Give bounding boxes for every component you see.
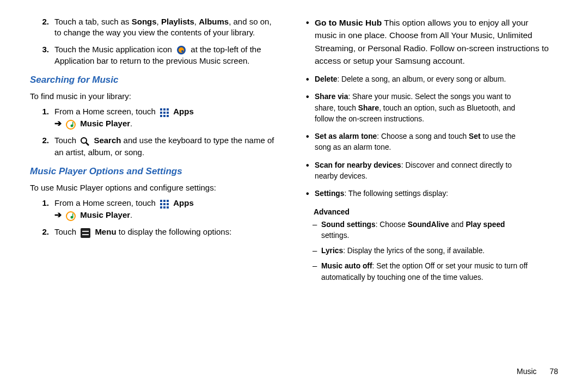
heading-options: Music Player Options and Settings xyxy=(30,166,278,178)
ol-number: 1. xyxy=(30,106,54,130)
step-3: 3. Touch the Music application icon at t… xyxy=(30,44,278,66)
opts-step-1: 1. From a Home screen, touch Apps ➔ Musi… xyxy=(30,198,278,221)
search-step-2: 2. Touch Search and use the keyboard to … xyxy=(30,135,278,157)
svg-point-15 xyxy=(81,138,87,143)
text: Touch xyxy=(54,227,78,236)
text: : Choose xyxy=(376,219,408,229)
svg-rect-23 xyxy=(160,206,162,209)
label: Set xyxy=(469,131,480,140)
music-player-icon xyxy=(66,119,76,130)
step-body: Touch the Music application icon at the … xyxy=(54,44,278,66)
opts-step-2: 2. Touch Menu to display the following o… xyxy=(30,226,278,238)
search-step-1: 1. From a Home screen, touch Apps ➔ Musi… xyxy=(30,106,278,130)
right-column: Go to Music Hub This option allows you t… xyxy=(291,16,553,381)
label: Share via xyxy=(315,91,348,101)
svg-rect-17 xyxy=(160,200,162,202)
ol-number: 1. xyxy=(30,198,54,221)
text: From a Home screen, touch xyxy=(54,198,158,207)
text: : Choose a song and touch xyxy=(377,131,469,140)
options-list: Go to Music Hub This option allows you t… xyxy=(305,16,553,199)
search-label: Search xyxy=(94,136,121,145)
search-icon xyxy=(81,136,89,146)
label: SoundAlive xyxy=(408,219,449,229)
label: Sound settings xyxy=(321,219,376,229)
svg-rect-3 xyxy=(160,108,162,111)
music-player-icon xyxy=(66,210,76,221)
label: Delete xyxy=(315,74,337,83)
footer-page: 78 xyxy=(549,367,558,376)
adv-lyrics: Lyrics: Display the lyrics of the song, … xyxy=(305,245,553,256)
label: Music auto off xyxy=(321,261,372,270)
adv-sound-settings: Sound settings: Choose SoundAlive and Pl… xyxy=(305,219,553,241)
option-share: Share via: Share your music. Select the … xyxy=(305,91,553,124)
text: : Display the lyrics of the song, if ava… xyxy=(343,246,485,255)
heading-searching: Searching for Music xyxy=(30,74,278,87)
option-scan: Scan for nearby devices: Discover and co… xyxy=(305,160,553,182)
svg-rect-10 xyxy=(163,115,166,117)
opts-intro: To use Music Player options and configur… xyxy=(30,182,278,193)
svg-rect-4 xyxy=(163,108,166,111)
arrow-icon: ➔ xyxy=(54,210,62,219)
svg-rect-29 xyxy=(81,228,90,238)
ol-number: 2. xyxy=(30,226,54,238)
svg-rect-21 xyxy=(163,203,166,205)
left-column: 2. Touch a tab, such as Songs, Playlists… xyxy=(30,16,291,381)
svg-rect-20 xyxy=(160,203,162,205)
svg-rect-22 xyxy=(167,203,169,205)
footer-section: Music xyxy=(517,367,537,376)
label: Settings xyxy=(315,188,344,198)
menu-icon xyxy=(81,227,90,238)
svg-rect-6 xyxy=(160,112,162,114)
label: Go to Music Hub xyxy=(315,18,382,27)
text: From a Home screen, touch xyxy=(54,107,158,116)
search-intro: To find music in your library: xyxy=(30,91,278,102)
apps-label: Apps xyxy=(173,198,194,207)
text: Touch the Music application icon xyxy=(54,45,174,54)
svg-point-2 xyxy=(181,50,183,52)
text: and xyxy=(449,219,466,229)
ol-number: 2. xyxy=(30,135,54,157)
text: : Delete a song, an album, or every song… xyxy=(337,74,506,83)
option-settings: Settings: The following settings display… xyxy=(305,188,553,199)
svg-point-26 xyxy=(66,212,75,220)
text-bold: Albums xyxy=(199,17,229,26)
svg-line-16 xyxy=(86,143,89,145)
svg-rect-19 xyxy=(167,200,169,202)
arrow-icon: ➔ xyxy=(54,119,62,128)
label: Set as alarm tone xyxy=(315,131,377,140)
option-alarm: Set as alarm tone: Choose a song and tou… xyxy=(305,131,553,153)
svg-rect-24 xyxy=(163,206,166,209)
text: Touch xyxy=(54,136,78,145)
music-app-icon xyxy=(176,44,186,55)
svg-rect-31 xyxy=(82,234,89,235)
music-player-label: Music Player xyxy=(80,210,130,219)
ol-number: 3. xyxy=(30,44,54,66)
step-body: From a Home screen, touch Apps ➔ Music P… xyxy=(54,106,278,130)
step-body: Touch Menu to display the following opti… xyxy=(54,226,278,238)
option-music-hub: Go to Music Hub This option allows you t… xyxy=(305,16,553,67)
text: to display the following options: xyxy=(117,227,232,236)
svg-point-12 xyxy=(66,120,75,129)
apps-grid-icon xyxy=(160,198,169,209)
svg-rect-11 xyxy=(167,115,169,117)
label: Play speed xyxy=(465,219,505,229)
advanced-title: Advanced xyxy=(314,206,350,217)
label: Share xyxy=(358,103,379,112)
ol-number: 2. xyxy=(30,16,54,39)
svg-rect-30 xyxy=(82,231,89,232)
text-bold: Songs xyxy=(132,17,157,26)
adv-music-auto-off: Music auto off: Set the option Off or se… xyxy=(305,260,553,283)
svg-rect-18 xyxy=(163,200,166,202)
svg-rect-14 xyxy=(72,122,74,126)
step-2: 2. Touch a tab, such as Songs, Playlists… xyxy=(30,16,278,39)
svg-rect-7 xyxy=(163,112,166,114)
svg-point-1 xyxy=(179,47,184,53)
manual-page: 2. Touch a tab, such as Songs, Playlists… xyxy=(0,0,588,392)
apps-grid-icon xyxy=(160,107,169,118)
menu-label: Menu xyxy=(95,227,116,236)
label: Lyrics xyxy=(321,246,343,255)
text: Touch a tab, such as xyxy=(54,17,132,26)
text: settings. xyxy=(321,230,349,240)
step-body: Touch a tab, such as Songs, Playlists, A… xyxy=(54,16,278,39)
step-body: From a Home screen, touch Apps ➔ Music P… xyxy=(54,198,278,221)
